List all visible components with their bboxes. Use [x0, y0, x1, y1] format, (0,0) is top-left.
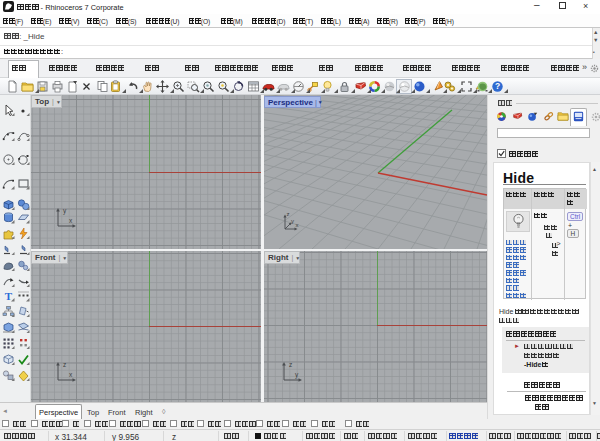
svg-text:z: z	[287, 211, 290, 217]
svg-text:y: y	[291, 218, 294, 224]
svg-text:x: x	[69, 371, 73, 378]
svg-text:x: x	[296, 222, 299, 228]
svg-text:?: ?	[494, 81, 499, 91]
svg-text:z: z	[289, 361, 292, 368]
svg-text:z: z	[63, 361, 66, 368]
svg-text:x: x	[69, 217, 73, 224]
svg-text:y: y	[295, 371, 299, 379]
svg-text:y: y	[63, 207, 67, 215]
